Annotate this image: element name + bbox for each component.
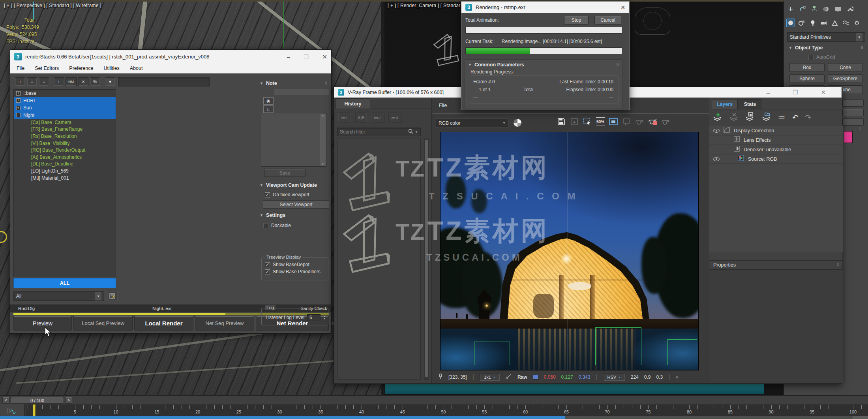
undo-icon[interactable]: ↶ bbox=[792, 113, 799, 122]
stats-tab[interactable]: Stats bbox=[739, 99, 761, 109]
import-icon[interactable]: ▼ bbox=[105, 77, 115, 86]
search-icon[interactable] bbox=[408, 129, 413, 135]
history-tab[interactable]: History bbox=[336, 98, 370, 109]
renderstacks-titlebar[interactable]: 3 renderStacks 0.66 BetaUser[1seats] | r… bbox=[10, 50, 331, 64]
delete-layer-icon[interactable] bbox=[729, 112, 739, 123]
all-button[interactable]: ALL bbox=[13, 278, 116, 288]
autogrid-checkbox[interactable] bbox=[808, 55, 814, 60]
properties-header[interactable]: Properties⠿ bbox=[709, 260, 843, 270]
tree-row-base[interactable]: +::base bbox=[14, 90, 116, 97]
stack-name-field[interactable] bbox=[118, 77, 210, 86]
autogrid-row[interactable]: AutoGrid bbox=[808, 54, 835, 60]
save-image-icon[interactable] bbox=[557, 117, 566, 126]
sphere-button[interactable]: Sphere bbox=[789, 74, 825, 83]
partial-button[interactable] bbox=[842, 109, 864, 116]
note-scrollbar[interactable]: ∧∨ bbox=[320, 114, 326, 166]
zoom-50-icon[interactable]: 50% bbox=[596, 117, 605, 126]
viewport-label[interactable]: [ + ] [ Render_Camera ] [ Standar bbox=[388, 3, 460, 8]
tree-child[interactable]: [Vi] Base_Visibility bbox=[14, 140, 116, 147]
minimize-icon[interactable]: – bbox=[287, 53, 290, 60]
time-slider-marker[interactable] bbox=[33, 404, 36, 416]
percent-icon[interactable]: % bbox=[90, 77, 100, 86]
note-rollout[interactable]: ▼Note⠿ bbox=[260, 81, 328, 86]
dockable-checkbox[interactable] bbox=[263, 223, 268, 228]
history-scrollbar[interactable] bbox=[424, 139, 429, 380]
tree-child[interactable]: [DL] Base_Deadline bbox=[14, 161, 116, 168]
note-textarea[interactable]: ∧∨ bbox=[261, 113, 326, 167]
show-pmodifiers-row[interactable]: ✓ Show Base Pmodifiers bbox=[265, 269, 328, 274]
net-seq-preview-button[interactable]: Net Seq Preview bbox=[195, 316, 254, 331]
close-icon[interactable]: ✕ bbox=[322, 53, 327, 60]
add-pass-icon[interactable]: + bbox=[54, 77, 64, 86]
chevron-down-icon[interactable]: ▼ bbox=[415, 130, 418, 134]
expand-icon[interactable]: + bbox=[16, 98, 21, 103]
load-layers-icon[interactable] bbox=[761, 112, 772, 123]
next-frame-button[interactable]: > bbox=[65, 397, 72, 404]
scroll-up-icon[interactable]: ∧ bbox=[322, 114, 324, 117]
redo-icon[interactable]: ↷ bbox=[805, 113, 811, 122]
history-load-icon[interactable]: ▭✓ bbox=[371, 113, 384, 123]
cameras-category-icon[interactable] bbox=[819, 19, 828, 27]
stack-filter-dropdown[interactable]: All▼ bbox=[13, 291, 104, 301]
tree-row-night[interactable]: −Night bbox=[14, 112, 116, 119]
object-type-rollout[interactable]: ▼ Object Type⠿ bbox=[789, 45, 864, 51]
stop-button[interactable]: Stop bbox=[564, 16, 589, 24]
eye-icon[interactable] bbox=[713, 129, 720, 133]
shapes-category-icon[interactable] bbox=[797, 19, 806, 27]
collapse-icon[interactable]: − bbox=[16, 113, 21, 117]
list-view-icon[interactable]: ≡ bbox=[27, 77, 37, 86]
layer-list-icon[interactable]: ≔ bbox=[778, 113, 786, 122]
geometry-category-icon[interactable] bbox=[786, 19, 795, 27]
pin-icon[interactable] bbox=[438, 374, 443, 381]
colorspace-dropdown[interactable]: HSV▼ bbox=[603, 373, 625, 381]
stats-toggle-icon[interactable]: ≡ bbox=[675, 374, 678, 380]
layer-row-lens-effects[interactable]: Lens Effects bbox=[709, 135, 843, 145]
on-fixed-viewport-row[interactable]: ✓ On fixed viewport bbox=[265, 192, 309, 197]
delete-icon[interactable]: ✕ bbox=[78, 77, 88, 86]
settings-rollout[interactable]: ▼Settings bbox=[260, 212, 328, 218]
modify-tab-icon[interactable] bbox=[798, 5, 807, 13]
lights-category-icon[interactable] bbox=[808, 19, 817, 27]
geosphere-button[interactable]: GeoSphere bbox=[828, 74, 863, 83]
tree-child[interactable]: [Rs] Base_Resolution bbox=[14, 133, 116, 140]
hierarchy-tab-icon[interactable] bbox=[810, 5, 819, 13]
edit-list-icon[interactable] bbox=[107, 291, 118, 301]
object-color-swatch[interactable] bbox=[844, 131, 853, 143]
display-tab-icon[interactable] bbox=[834, 5, 842, 13]
show-pmodifiers-checkbox[interactable]: ✓ bbox=[265, 269, 270, 274]
spinner-arrows-icon[interactable]: ▲▼ bbox=[323, 315, 326, 320]
expand-icon[interactable]: + bbox=[16, 91, 21, 96]
close-icon[interactable]: ✕ bbox=[821, 89, 826, 96]
vcu-rollout[interactable]: ▼Viewport Cam Update bbox=[260, 182, 328, 188]
primitives-dropdown[interactable]: Standard Primitives▼ bbox=[787, 32, 865, 42]
history-search-input[interactable]: Search filter ▼ bbox=[337, 128, 421, 136]
render-last-icon[interactable] bbox=[648, 117, 657, 126]
prev-frame-button[interactable]: < bbox=[2, 397, 9, 404]
tree-row-sun[interactable]: +Sun bbox=[14, 104, 116, 112]
helpers-category-icon[interactable] bbox=[831, 19, 839, 27]
tree-child[interactable]: [Ca] Base_Camera bbox=[14, 119, 116, 126]
layer-row-source[interactable]: Source: RGB bbox=[709, 154, 843, 164]
color-wheel-icon[interactable] bbox=[514, 119, 521, 127]
local-seq-preview-button[interactable]: Local Seq Preview bbox=[73, 316, 133, 331]
trackbar-mode-icon[interactable] bbox=[0, 404, 24, 416]
save-layers-icon[interactable] bbox=[745, 112, 755, 123]
region-render-icon[interactable] bbox=[622, 117, 631, 126]
minimize-icon[interactable]: – bbox=[767, 89, 770, 96]
box-button[interactable]: Box bbox=[789, 63, 825, 72]
partial-button[interactable] bbox=[842, 100, 864, 107]
track-bar[interactable]: 5101520253035404550556065707580859095100 bbox=[0, 404, 868, 416]
on-fixed-viewport-checkbox[interactable]: ✓ bbox=[265, 192, 270, 197]
history-list[interactable] bbox=[337, 139, 421, 380]
log-level-spinner[interactable]: 6 bbox=[307, 314, 321, 321]
note-save-button[interactable]: Save bbox=[264, 169, 306, 177]
utilities-tab-icon[interactable] bbox=[846, 5, 854, 13]
create-tab-icon[interactable]: + bbox=[786, 5, 795, 13]
track-ruler[interactable]: 5101520253035404550556065707580859095100 bbox=[26, 404, 868, 416]
history-delete-icon[interactable]: ▭✕ bbox=[388, 113, 402, 123]
dockable-row[interactable]: Dockable bbox=[263, 223, 291, 228]
motion-tab-icon[interactable] bbox=[822, 5, 831, 13]
close-icon[interactable]: ✕ bbox=[621, 4, 625, 11]
scroll-down-icon[interactable]: ∨ bbox=[322, 162, 324, 166]
viewport-label[interactable]: [ + ] [ Perspective ] [ Standard ] [ Wir… bbox=[4, 3, 101, 8]
